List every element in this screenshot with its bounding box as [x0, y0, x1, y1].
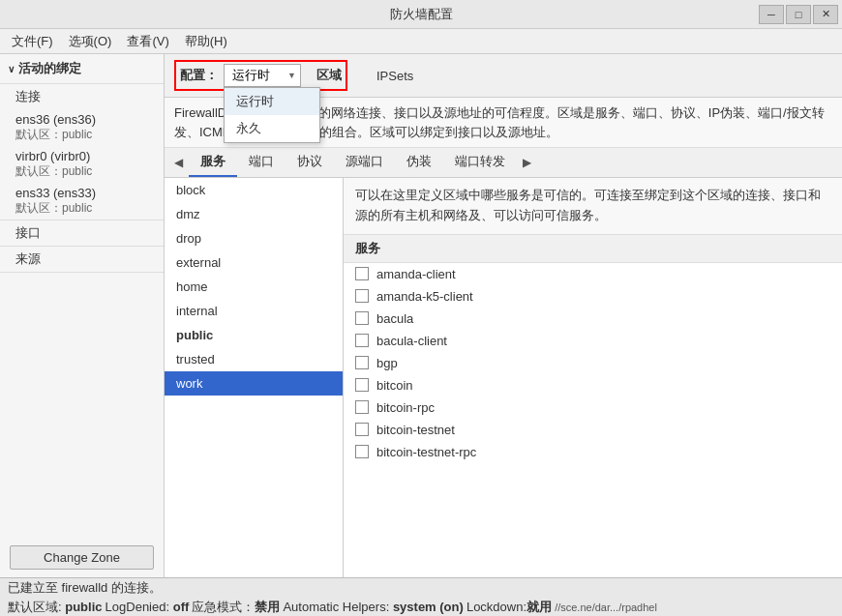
service-checkbox-amanda-k5-client[interactable] — [355, 289, 369, 303]
zone-external[interactable]: external — [165, 250, 343, 275]
tab-protocol[interactable]: 协议 — [286, 148, 334, 177]
content-area: 配置： 运行时 运行时 永久 区域 IPSets FirewallD 区域定义了… — [165, 54, 842, 577]
zone-work[interactable]: work — [165, 371, 343, 396]
tab-arrow-left[interactable]: ◀ — [168, 152, 189, 173]
config-label: 配置： — [180, 67, 218, 84]
sidebar-ens33[interactable]: ens33 (ens33) 默认区：public — [0, 183, 164, 220]
zone-internal[interactable]: internal — [165, 299, 343, 323]
zone-trusted[interactable]: trusted — [165, 347, 343, 371]
sidebar-ens36[interactable]: ens36 (ens36) 默认区：public — [0, 109, 164, 146]
sidebar-sources-section: 来源 — [0, 247, 164, 273]
status-line1: 已建立至 firewalld 的连接。 — [8, 579, 834, 597]
zone-list: block dmz drop external home internal pu… — [165, 178, 344, 577]
zones-services-container: block dmz drop external home internal pu… — [165, 178, 842, 577]
maximize-button[interactable]: □ — [786, 5, 811, 24]
zone-public[interactable]: public — [165, 323, 343, 347]
config-option-permanent[interactable]: 永久 — [225, 115, 319, 142]
sidebar-sources-label: 来源 — [0, 247, 164, 272]
tab-services[interactable]: 服务 — [189, 148, 237, 177]
service-bacula-client[interactable]: bacula-client — [344, 330, 842, 352]
service-checkbox-bitcoin-testnet-rpc[interactable] — [355, 445, 369, 458]
service-checkbox-bacula-client[interactable] — [355, 334, 369, 347]
sidebar: ∨ 活动的绑定 连接 ens36 (ens36) 默认区：public virb… — [0, 54, 165, 577]
sidebar-virbr0[interactable]: virbr0 (virbr0) 默认区：public — [0, 146, 164, 183]
service-checkbox-bitcoin-rpc[interactable] — [355, 400, 369, 414]
status-bar: 已建立至 firewalld 的连接。 默认区域: public LogDeni… — [0, 577, 842, 616]
menu-view[interactable]: 查看(V) — [119, 30, 176, 53]
config-highlight-box: 配置： 运行时 运行时 永久 区域 — [174, 60, 347, 91]
config-dropdown-button[interactable]: 运行时 — [224, 64, 301, 87]
service-bitcoin-testnet-rpc[interactable]: bitcoin-testnet-rpc — [344, 441, 842, 463]
tab-ports[interactable]: 端口 — [237, 148, 286, 177]
sidebar-active-binding-header[interactable]: ∨ 活动的绑定 — [0, 54, 164, 83]
tab-port-forward[interactable]: 端口转发 — [443, 148, 517, 177]
sidebar-interfaces-section: 接口 — [0, 220, 164, 247]
service-bacula[interactable]: bacula — [344, 308, 842, 330]
service-checkbox-amanda-client[interactable] — [355, 267, 369, 280]
menu-help[interactable]: 帮助(H) — [177, 30, 235, 53]
sidebar-active-binding-label: 活动的绑定 — [18, 60, 81, 77]
close-button[interactable]: ✕ — [813, 5, 838, 24]
zone-label: 区域 — [316, 67, 342, 84]
title-bar: 防火墙配置 ─ □ ✕ — [0, 0, 842, 29]
zone-drop[interactable]: drop — [165, 226, 343, 250]
tab-masquerade[interactable]: 伪装 — [395, 148, 443, 177]
sidebar-active-binding-section: ∨ 活动的绑定 — [0, 54, 164, 84]
change-zone-button[interactable]: Change Zone — [10, 545, 154, 570]
config-bar: 配置： 运行时 运行时 永久 区域 IPSets — [165, 54, 842, 98]
window-controls: ─ □ ✕ — [759, 5, 838, 24]
config-dropdown-menu: 运行时 永久 — [224, 87, 320, 143]
services-description: 可以在这里定义区域中哪些服务是可信的。可连接至绑定到这个区域的连接、接口和源的所… — [344, 178, 842, 235]
service-bitcoin-testnet[interactable]: bitcoin-testnet — [344, 419, 842, 441]
config-option-runtime[interactable]: 运行时 — [225, 88, 319, 115]
tab-source-ports[interactable]: 源端口 — [334, 148, 395, 177]
zone-dmz[interactable]: dmz — [165, 202, 343, 226]
service-amanda-client[interactable]: amanda-client — [344, 263, 842, 285]
service-checkbox-bacula[interactable] — [355, 311, 369, 325]
services-panel: 可以在这里定义区域中哪些服务是可信的。可连接至绑定到这个区域的连接、接口和源的所… — [344, 178, 842, 577]
service-bitcoin[interactable]: bitcoin — [344, 374, 842, 396]
collapse-arrow-icon: ∨ — [8, 64, 15, 74]
tab-arrow-right[interactable]: ▶ — [517, 152, 537, 173]
ipsets-label: IPSets — [376, 69, 413, 83]
sidebar-connections-label: 连接 — [0, 84, 164, 109]
services-table-header: 服务 — [344, 235, 842, 263]
menu-bar: 文件(F) 选项(O) 查看(V) 帮助(H) — [0, 29, 842, 54]
service-amanda-k5-client[interactable]: amanda-k5-client — [344, 285, 842, 308]
main-container: ∨ 活动的绑定 连接 ens36 (ens36) 默认区：public virb… — [0, 54, 842, 577]
zone-home[interactable]: home — [165, 275, 343, 299]
service-bitcoin-rpc[interactable]: bitcoin-rpc — [344, 396, 842, 419]
service-checkbox-bitcoin[interactable] — [355, 378, 369, 392]
service-bgp[interactable]: bgp — [344, 352, 842, 374]
menu-file[interactable]: 文件(F) — [4, 30, 61, 53]
service-checkbox-bgp[interactable] — [355, 356, 369, 369]
service-checkbox-bitcoin-testnet[interactable] — [355, 423, 369, 436]
config-dropdown[interactable]: 运行时 运行时 永久 — [224, 64, 301, 87]
sidebar-connections-section: 连接 ens36 (ens36) 默认区：public virbr0 (virb… — [0, 84, 164, 220]
tabs-bar: ◀ 服务 端口 协议 源端口 伪装 端口转发 ▶ — [165, 148, 842, 178]
menu-options[interactable]: 选项(O) — [61, 30, 120, 53]
sidebar-interfaces-label: 接口 — [0, 220, 164, 246]
status-line2: 默认区域: public LogDenied: off 应急模式：禁用 Auto… — [8, 599, 834, 616]
sidebar-bottom — [0, 273, 164, 538]
zone-block[interactable]: block — [165, 178, 343, 202]
services-list: amanda-client amanda-k5-client bacula ba… — [344, 263, 842, 577]
window-title: 防火墙配置 — [390, 6, 453, 23]
minimize-button[interactable]: ─ — [759, 5, 784, 24]
